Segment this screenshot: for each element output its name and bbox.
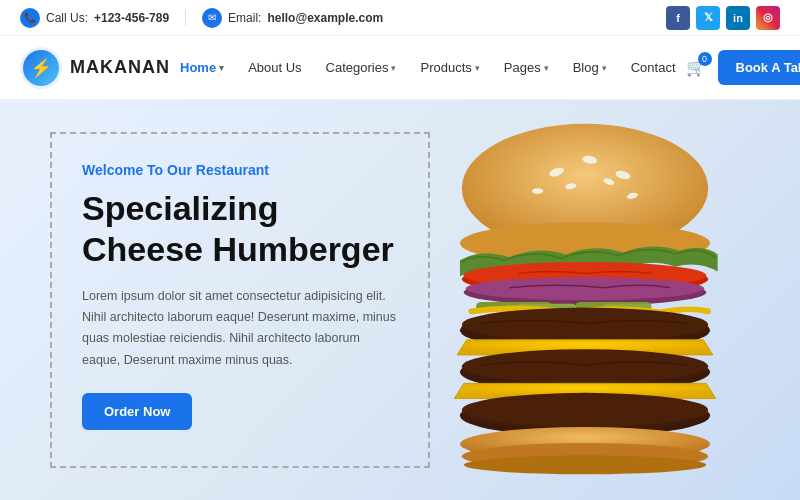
nav-blog-label: Blog <box>573 60 599 75</box>
svg-point-7 <box>532 188 543 194</box>
svg-point-12 <box>466 277 705 300</box>
nav-about-label: About Us <box>248 60 301 75</box>
call-label: Call Us: <box>46 11 88 25</box>
nav-contact[interactable]: Contact <box>621 52 686 83</box>
logo-text: MAKANAN <box>70 57 170 78</box>
nav-blog[interactable]: Blog ▾ <box>563 52 617 83</box>
phone-contact: 📞 Call Us: +123-456-789 <box>20 8 169 28</box>
logo-icon: ⚡ <box>20 47 62 89</box>
email-contact: ✉ Email: hello@example.com <box>202 8 383 28</box>
nav-categories-label: Categories <box>326 60 389 75</box>
nav-home-label: Home <box>180 60 216 75</box>
chevron-down-icon: ▾ <box>544 63 549 73</box>
order-now-button[interactable]: Order Now <box>82 393 192 430</box>
top-bar: 📞 Call Us: +123-456-789 ✉ Email: hello@e… <box>0 0 800 36</box>
hero-burger-image <box>400 115 770 485</box>
call-number[interactable]: +123-456-789 <box>94 11 169 25</box>
nav-pages-label: Pages <box>504 60 541 75</box>
svg-point-20 <box>462 349 708 383</box>
social-links: f 𝕏 in ◎ <box>666 6 780 30</box>
book-table-button[interactable]: Book A Table <box>718 50 800 85</box>
nav-pages[interactable]: Pages ▾ <box>494 52 559 83</box>
chevron-down-icon: ▾ <box>602 63 607 73</box>
hero-border-box: Welcome To Our Restaurant Specializing C… <box>50 132 430 468</box>
cart-badge: 0 <box>698 52 712 66</box>
top-bar-contacts: 📞 Call Us: +123-456-789 ✉ Email: hello@e… <box>20 8 383 28</box>
nav-products-label: Products <box>420 60 471 75</box>
logo-bolt: ⚡ <box>23 50 59 86</box>
divider <box>185 10 186 26</box>
instagram-icon[interactable]: ◎ <box>756 6 780 30</box>
twitter-icon[interactable]: 𝕏 <box>696 6 720 30</box>
hero-description: Lorem ipsum dolor sit amet consectetur a… <box>82 286 398 371</box>
facebook-icon[interactable]: f <box>666 6 690 30</box>
chevron-down-icon: ▾ <box>219 63 224 73</box>
email-value[interactable]: hello@example.com <box>267 11 383 25</box>
svg-point-18 <box>462 308 708 342</box>
chevron-down-icon: ▾ <box>475 63 480 73</box>
nav-about[interactable]: About Us <box>238 52 311 83</box>
nav-right: 🛒 0 Book A Table <box>686 50 800 85</box>
svg-point-25 <box>464 455 707 474</box>
linkedin-icon[interactable]: in <box>726 6 750 30</box>
logo[interactable]: ⚡ MAKANAN <box>20 47 170 89</box>
chevron-down-icon: ▾ <box>391 63 396 73</box>
nav-contact-label: Contact <box>631 60 676 75</box>
email-icon: ✉ <box>202 8 222 28</box>
hero-content: Welcome To Our Restaurant Specializing C… <box>50 132 430 468</box>
hero-title: Specializing Cheese Humberger <box>82 188 398 270</box>
nav-links: Home ▾ About Us Categories ▾ Products ▾ … <box>170 52 686 83</box>
nav-products[interactable]: Products ▾ <box>410 52 489 83</box>
navbar: ⚡ MAKANAN Home ▾ About Us Categories ▾ P… <box>0 36 800 100</box>
nav-categories[interactable]: Categories ▾ <box>316 52 407 83</box>
burger-svg <box>415 120 755 480</box>
hero-section: Welcome To Our Restaurant Specializing C… <box>0 100 800 500</box>
email-label: Email: <box>228 11 261 25</box>
cart-icon[interactable]: 🛒 0 <box>686 58 706 77</box>
svg-point-22 <box>462 393 708 427</box>
nav-home[interactable]: Home ▾ <box>170 52 234 83</box>
hero-subtitle: Welcome To Our Restaurant <box>82 162 398 178</box>
phone-icon: 📞 <box>20 8 40 28</box>
